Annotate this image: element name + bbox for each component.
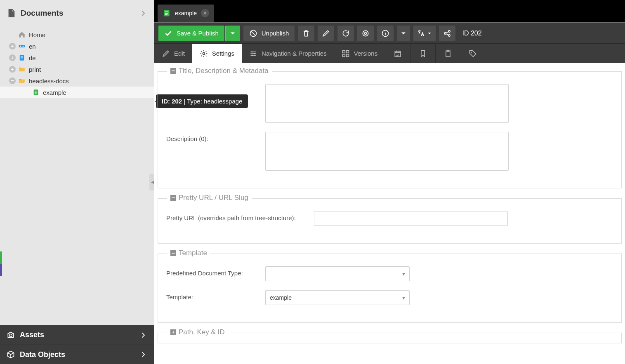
tree-node-label: print: [29, 66, 41, 73]
row-description: Description (0):: [166, 132, 613, 171]
legend-template[interactable]: Template: [167, 249, 210, 257]
tag-icon: [469, 49, 477, 58]
tree-node-label: Home: [29, 31, 45, 38]
pretty-url-input[interactable]: [314, 211, 508, 226]
svg-point-14: [203, 52, 205, 54]
panel-dataobjects-header[interactable]: Data Objects: [0, 345, 154, 364]
rename-button[interactable]: [318, 26, 334, 41]
tree-node-de[interactable]: de: [0, 52, 154, 63]
check-icon: [164, 29, 172, 38]
grid-icon: [342, 49, 350, 58]
cube-icon: [7, 350, 15, 359]
spacer: [9, 31, 16, 38]
expander-icon[interactable]: [9, 54, 16, 61]
doc-blue-icon: [18, 54, 26, 61]
legend-url[interactable]: Pretty URL / URL Slug: [167, 194, 252, 202]
trash-icon: [302, 29, 310, 38]
sliders-icon: [249, 49, 257, 58]
template-select[interactable]: example ▾: [265, 290, 410, 305]
tree-node-label: example: [43, 89, 66, 96]
save-publish-button[interactable]: Save & Publish: [158, 26, 224, 41]
panel-assets-title: Assets: [20, 331, 139, 339]
arrow-right-icon[interactable]: [139, 9, 148, 17]
arrow-right-icon[interactable]: [139, 350, 148, 359]
svg-point-9: [365, 32, 367, 34]
expand-icon[interactable]: [170, 329, 176, 335]
clipboard-icon: [444, 49, 452, 58]
caret-down-icon: [399, 29, 408, 38]
tree-node-Home[interactable]: Home: [0, 29, 154, 40]
tree-node-label: de: [29, 54, 36, 61]
tree-node-print[interactable]: print: [0, 63, 154, 75]
subtab-edit[interactable]: Edit: [154, 44, 192, 63]
info-icon: [381, 29, 389, 38]
svg-point-5: [9, 334, 12, 337]
fieldset-path: Path, Key & ID: [158, 333, 622, 343]
info-button[interactable]: [377, 26, 394, 41]
gear-icon: [200, 49, 208, 58]
row-predef-type: Predefined Document Type: ▾: [166, 266, 613, 281]
collapse-icon[interactable]: [170, 250, 176, 256]
caret-down-icon: [427, 31, 432, 36]
collapse-icon[interactable]: [170, 195, 176, 201]
row-title: [166, 84, 613, 123]
tree-node-label: headless-docs: [29, 77, 69, 85]
save-publish-label: Save & Publish: [177, 30, 219, 37]
tree-node-en[interactable]: en: [0, 40, 154, 52]
predef-type-select[interactable]: ▾: [265, 266, 410, 281]
panel-dataobjects-title: Data Objects: [20, 350, 139, 359]
title-textarea[interactable]: [265, 84, 509, 123]
target-button[interactable]: [357, 26, 374, 41]
share-icon: [443, 29, 451, 38]
expander-icon[interactable]: [9, 43, 16, 49]
info-dropdown[interactable]: [397, 26, 410, 41]
svg-point-1: [20, 46, 21, 47]
tab-close-button[interactable]: [201, 9, 209, 17]
home-icon: [18, 31, 26, 38]
unpublish-button[interactable]: Unpublish: [243, 26, 295, 41]
pencil-icon: [322, 29, 330, 38]
legend-path[interactable]: Path, Key & ID: [167, 328, 228, 336]
svg-point-25: [471, 52, 472, 53]
tab-bar: example: [154, 0, 625, 23]
translate-icon: [417, 29, 425, 38]
accent-purple: [0, 264, 2, 276]
arrow-right-icon[interactable]: [139, 331, 148, 339]
tree-node-example[interactable]: example: [0, 87, 154, 98]
tree-node-headless-docs[interactable]: headless-docs: [0, 75, 154, 87]
subtab-navprops[interactable]: Navigation & Properties: [242, 44, 334, 63]
refresh-icon: [342, 29, 350, 38]
subtab-schedule[interactable]: [385, 44, 410, 63]
doc-green-icon: [32, 89, 40, 96]
svg-rect-18: [342, 50, 345, 53]
reload-button[interactable]: [337, 26, 354, 41]
subtab-navprops-label: Navigation & Properties: [262, 50, 327, 57]
panel-documents-header[interactable]: Documents: [0, 0, 154, 26]
expander-icon[interactable]: [9, 66, 16, 73]
pencil-icon: [162, 49, 170, 58]
bookmark-icon: [419, 49, 427, 58]
panel-assets-header[interactable]: Assets: [0, 325, 154, 345]
svg-rect-21: [346, 54, 349, 56]
subtab-settings[interactable]: Settings: [192, 44, 242, 63]
subtab-versions[interactable]: Versions: [334, 44, 385, 63]
legend-template-label: Template: [179, 249, 207, 257]
delete-button[interactable]: [298, 26, 314, 41]
collapse-icon[interactable]: [170, 68, 176, 74]
unpublish-label: Unpublish: [262, 30, 289, 37]
share-button[interactable]: [439, 26, 455, 41]
save-publish-dropdown[interactable]: [225, 26, 240, 41]
block-icon: [249, 29, 257, 38]
subtab-tag[interactable]: [460, 44, 485, 63]
expander-icon[interactable]: [9, 77, 16, 84]
row-template: Template: example ▾: [166, 290, 613, 305]
subtab-bookmark[interactable]: [410, 44, 435, 63]
caret-down-icon: ▾: [402, 294, 405, 301]
tab-example[interactable]: example: [158, 5, 214, 22]
translate-button[interactable]: [413, 26, 436, 41]
subtab-clipboard[interactable]: [435, 44, 460, 63]
legend-title-meta[interactable]: Title, Description & Metadata: [167, 67, 272, 75]
pretty-url-label: Pretty URL (overrides path from tree-str…: [166, 211, 314, 221]
svg-point-16: [254, 53, 255, 54]
description-textarea[interactable]: [265, 132, 509, 171]
